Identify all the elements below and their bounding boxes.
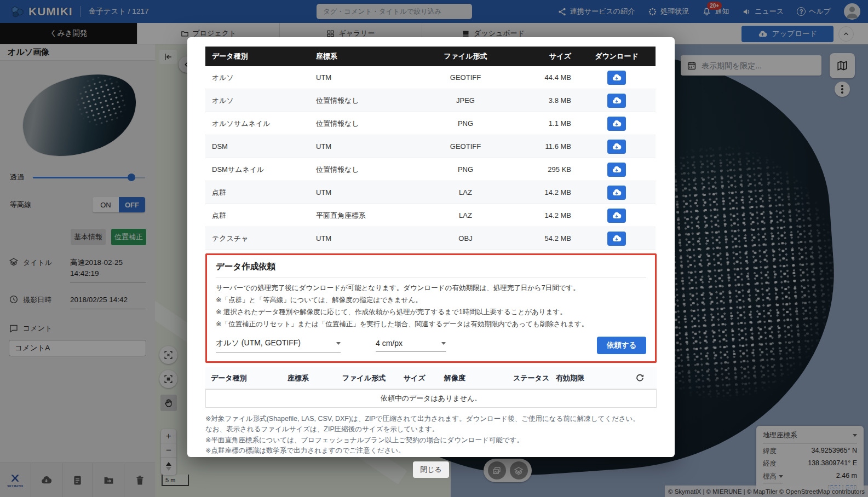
download-button[interactable] <box>607 232 626 246</box>
col-size: サイズ <box>404 373 444 383</box>
cell-download <box>578 117 656 131</box>
download-modal: データ種別 座標系 ファイル形式 サイズ ダウンロード オルソUTMGEOTIF… <box>187 37 675 457</box>
cell-download <box>578 140 656 154</box>
col-crs: 座標系 <box>309 51 419 61</box>
footnote: なお、表示されるファイルサイズは、ZIP圧縮後のサイズを示しています。 <box>205 424 657 435</box>
cloud-download-icon <box>612 188 622 198</box>
col-resolution: 解像度 <box>444 373 513 383</box>
refresh-icon <box>635 373 645 383</box>
col-crs: 座標系 <box>288 373 342 383</box>
table-row: オルソサムネイル位置情報なしPNG1.1 MB <box>205 112 656 135</box>
cloud-download-icon <box>612 119 622 129</box>
col-data-type: データ種別 <box>205 51 309 61</box>
cloud-download-icon <box>612 234 622 244</box>
cell-format: GEOTIFF <box>419 142 512 151</box>
cloud-download-icon <box>612 211 622 221</box>
cloud-download-icon <box>612 73 622 83</box>
data-type-select[interactable]: オルソ (UTM, GEOTIFF) <box>216 338 341 352</box>
refresh-button[interactable] <box>635 373 651 383</box>
close-modal-button[interactable]: 閉じる <box>413 461 449 478</box>
data-request-section: データ作成依頼 サーバーでの処理完了後にダウンロードが可能となります。ダウンロー… <box>205 253 657 363</box>
footnote: ※点群座標の標識は数学系で出力されますのでご注意ください。 <box>205 446 657 456</box>
col-data-type: データ種別 <box>211 373 288 383</box>
data-type-value: オルソ (UTM, GEOTIFF) <box>216 338 301 348</box>
chevron-down-icon <box>441 342 446 345</box>
cell-size: 54.2 MB <box>512 234 578 242</box>
table-row: オルソUTMGEOTIFF44.4 MB <box>205 66 656 89</box>
cell-format: PNG <box>419 119 512 128</box>
cell-crs: UTM <box>309 188 419 197</box>
col-size: サイズ <box>512 51 578 61</box>
cell-data-type: オルソ <box>205 96 309 106</box>
request-section-title: データ作成依頼 <box>216 261 646 278</box>
cell-data-type: DSMサムネイル <box>205 165 309 175</box>
cell-data-type: 点群 <box>205 211 309 221</box>
cell-format: PNG <box>419 165 512 174</box>
modal-footnotes: ※対象ファイル形式(Shapefile, LAS, CSV, DXF)は、ZIP… <box>205 414 657 456</box>
download-button[interactable] <box>607 140 626 154</box>
cell-format: GEOTIFF <box>419 73 512 82</box>
cell-size: 11.6 MB <box>512 142 578 151</box>
col-format: ファイル形式 <box>342 373 404 383</box>
request-description: サーバーでの処理完了後にダウンロードが可能となります。ダウンロードの有効期限は、… <box>216 284 646 293</box>
cell-data-type: オルソサムネイル <box>205 119 309 129</box>
cell-size: 14.2 MB <box>512 211 578 219</box>
cell-download <box>578 232 656 246</box>
cell-crs: UTM <box>309 142 419 151</box>
cell-crs: UTM <box>309 73 419 82</box>
download-button[interactable] <box>607 117 626 131</box>
cell-crs: 平面直角座標系 <box>309 211 419 221</box>
cell-format: JPEG <box>419 96 512 105</box>
resolution-value: 4 cm/px <box>376 339 403 348</box>
cell-data-type: DSM <box>205 142 309 151</box>
cell-crs: 位置情報なし <box>309 119 419 129</box>
download-button[interactable] <box>607 94 626 108</box>
cell-download <box>578 209 656 223</box>
cell-size: 1.1 MB <box>512 119 578 128</box>
cell-size: 295 KB <box>512 165 578 174</box>
cell-download <box>578 71 656 85</box>
cell-format: LAZ <box>419 211 512 219</box>
table-row: 点群UTMLAZ14.2 MB <box>205 181 656 204</box>
request-note: ※「位置補正のリセット」または「位置補正」を実行した場合、関連するデータは有効期… <box>216 320 646 329</box>
cell-data-type: 点群 <box>205 188 309 198</box>
cell-data-type: テクスチャ <box>205 234 309 244</box>
cloud-download-icon <box>612 165 622 175</box>
request-submit-button[interactable]: 依頼する <box>597 337 646 354</box>
cell-size: 14.2 MB <box>512 188 578 197</box>
request-note: ※ 選択されたデータ種別や解像度に応じて、作成依頼から処理が完了するまで1時間以… <box>216 308 646 317</box>
col-expiry: 有効期限 <box>556 373 635 383</box>
cell-data-type: オルソ <box>205 73 309 83</box>
footnote: ※平面直角座標系については、プロフェッショナルプラン以上ご契約の場合にダウンロー… <box>205 435 657 446</box>
cell-download <box>578 94 656 108</box>
download-button[interactable] <box>607 186 626 200</box>
cell-download <box>578 163 656 177</box>
cell-format: OBJ <box>419 234 512 242</box>
chevron-down-icon <box>336 342 341 345</box>
cloud-download-icon <box>612 96 622 106</box>
col-status: ステータス <box>513 373 556 383</box>
app-viewport: KUMIKI 金子テスト / 1217 連携サービスの紹介 処理状況 通知 20… <box>0 0 868 497</box>
cloud-download-icon <box>612 142 622 152</box>
cell-size: 3.8 MB <box>512 96 578 105</box>
footnote: ※対象ファイル形式(Shapefile, LAS, CSV, DXF)は、ZIP… <box>205 414 657 424</box>
cell-download <box>578 186 656 200</box>
request-table-empty-message: 依頼中のデータはありません。 <box>205 389 657 408</box>
table-row: 点群平面直角座標系LAZ14.2 MB <box>205 204 656 227</box>
cell-crs: UTM <box>309 234 419 242</box>
download-table: データ種別 座標系 ファイル形式 サイズ ダウンロード オルソUTMGEOTIF… <box>205 47 656 250</box>
col-format: ファイル形式 <box>419 51 512 61</box>
download-button[interactable] <box>607 209 626 223</box>
download-table-header: データ種別 座標系 ファイル形式 サイズ ダウンロード <box>205 47 656 66</box>
table-row: DSMサムネイル位置情報なしPNG295 KB <box>205 158 656 181</box>
resolution-select[interactable]: 4 cm/px <box>376 339 446 352</box>
request-note: ※「点群」と「等高線」については、解像度の指定はできません。 <box>216 296 646 305</box>
table-row: オルソ位置情報なしJPEG3.8 MB <box>205 89 656 112</box>
cell-format: LAZ <box>419 188 512 197</box>
cell-crs: 位置情報なし <box>309 96 419 106</box>
download-button[interactable] <box>607 163 626 177</box>
download-button[interactable] <box>607 71 626 85</box>
cell-crs: 位置情報なし <box>309 165 419 175</box>
cell-size: 44.4 MB <box>512 73 578 82</box>
download-table-body: オルソUTMGEOTIFF44.4 MB オルソ位置情報なしJPEG3.8 MB… <box>205 66 656 250</box>
